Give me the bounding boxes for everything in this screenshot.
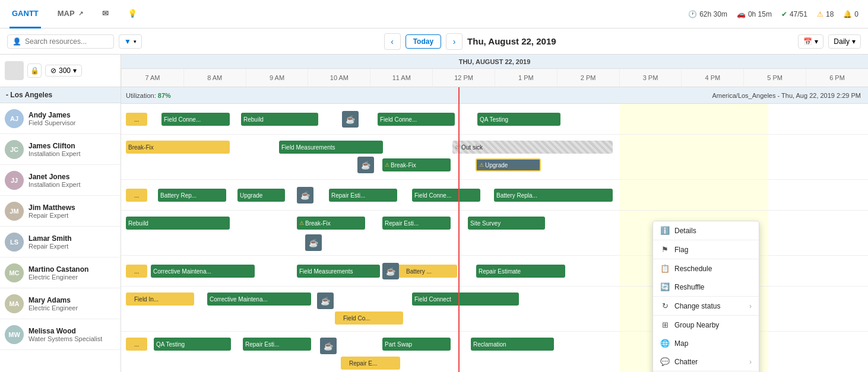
coffee-break-2[interactable]: ☕ <box>357 157 374 173</box>
context-menu: ℹ️ Details ⚑ Flag 📋 Reschedule 🔄 Reshuff… <box>652 221 759 372</box>
coffee-break-6[interactable]: ☕ <box>317 292 334 309</box>
task-warn-janet[interactable]: ⚠... <box>126 189 147 202</box>
task-qa-testing-1[interactable]: QA Testing <box>477 113 560 126</box>
timezone-info: America/Los_Angeles - Thu, Aug 22, 2019 … <box>712 92 868 99</box>
task-repair-esti-mary[interactable]: Repair Esti... <box>243 338 311 351</box>
task-field-measurements[interactable]: Field Measurements <box>279 141 383 154</box>
task-reclamation-mary[interactable]: Reclamation <box>471 338 554 351</box>
avatar-lamar-smith: LS <box>5 233 24 252</box>
coffee-break-1[interactable]: ☕ <box>342 111 359 128</box>
task-field-meas-lamar[interactable]: Field Measurements <box>297 265 380 278</box>
toolbar: 👤 ▼ ▾ ‹ Today › Thu, August 22, 2019 📅 ▾… <box>0 28 868 55</box>
coffee-break-3[interactable]: ☕ <box>297 187 313 204</box>
horizon-dropdown-arrow: ▾ <box>73 66 77 75</box>
group-header-timeline-row: Utilization: 87% America/Los_Angeles - T… <box>121 87 868 104</box>
task-part-swap-mary[interactable]: Part Swap <box>382 338 451 351</box>
resource-row-janet-jones: JJ Janet Jones Installation Expert <box>0 165 121 196</box>
stat-drive-value: 0h 15m <box>748 10 772 18</box>
tab-gantt[interactable]: GANTT <box>9 0 41 28</box>
prev-date-button[interactable]: ‹ <box>384 33 401 50</box>
resource-info-lamar-smith: Lamar Smith Repair Expert <box>28 234 72 250</box>
task-qa-testing-mary[interactable]: QA Testing <box>154 338 231 351</box>
today-button[interactable]: Today <box>406 34 441 49</box>
coffee-break-7[interactable]: ☕ <box>320 338 337 354</box>
menu-label-reschedule: Reschedule <box>674 265 712 273</box>
task-warn-1[interactable]: ⚠... <box>126 113 147 126</box>
chatter-chevron-icon: › <box>749 358 752 366</box>
menu-item-reshuffle[interactable]: 🔄 Reshuffle <box>653 278 759 296</box>
task-upgrade-janet[interactable]: Upgrade <box>237 189 285 202</box>
tab-map[interactable]: MAP ↗ <box>55 0 85 28</box>
utilization-label: Utilization: <box>126 92 156 99</box>
calendar-view-button[interactable]: 📅 ▾ <box>798 34 823 49</box>
task-field-conn-janet[interactable]: Field Conne... <box>412 189 480 202</box>
top-navigation: GANTT MAP ↗ ✉ 💡 🕐 62h 30m 🚗 0h 15m ✔ 47/… <box>0 0 868 28</box>
task-site-survey-jim[interactable]: Site Survey <box>468 217 545 230</box>
hour-12pm: 12 PM <box>432 69 495 87</box>
task-field-connect-1[interactable]: Field Conne... <box>161 113 230 126</box>
coffee-break-4[interactable]: ☕ <box>305 234 322 251</box>
menu-item-reschedule[interactable]: 📋 Reschedule <box>653 259 759 278</box>
task-repair-esti-jim[interactable]: Repair Esti... <box>382 217 451 230</box>
task-warn-lamar[interactable]: ⚠... <box>126 265 147 278</box>
timeline-hours-row: 7 AM 8 AM 9 AM 10 AM 11 AM 12 PM 1 PM 2 … <box>121 69 868 87</box>
task-break-fix-jim[interactable]: ⚠ Break-Fix <box>297 217 365 230</box>
task-upgrade[interactable]: ⚠ Upgrade <box>476 158 541 171</box>
resource-name-jim-matthews: Jim Matthews <box>28 204 75 212</box>
task-rebuild-1[interactable]: Rebuild <box>241 113 318 126</box>
next-date-button[interactable]: › <box>446 33 462 50</box>
resource-name-andy-james: Andy James <box>28 111 75 119</box>
task-repair-esti-janet[interactable]: Repair Esti... <box>329 189 397 202</box>
task-field-connect-2[interactable]: Field Conne... <box>378 113 455 126</box>
task-warn-martino[interactable]: ⚠ Field In... <box>126 292 194 306</box>
stat-time-value: 62h 30m <box>699 10 727 18</box>
resource-row-james-clifton: JC James Clifton Installation Expert <box>0 134 121 165</box>
task-rebuild-jim[interactable]: Rebuild <box>126 217 230 230</box>
resource-row-andy-james: AJ Andy James Field Supervisor <box>0 103 121 134</box>
daily-view-selector[interactable]: Daily ▾ <box>828 34 861 49</box>
hour-10am: 10 AM <box>308 69 370 87</box>
menu-item-chatter[interactable]: 💬 Chatter › <box>653 352 759 371</box>
stat-tasks: ✔ 47/51 <box>781 10 807 18</box>
menu-item-flag[interactable]: ⚑ Flag <box>653 240 759 259</box>
task-battery-lamar[interactable]: ⚠ Battery ... <box>398 265 457 278</box>
horizon-selector[interactable]: ⊘ 300 ▾ <box>45 65 82 77</box>
menu-item-group-nearby[interactable]: ⊞ Group Nearby <box>653 316 759 334</box>
hour-5pm: 5 PM <box>743 69 806 87</box>
task-out-sick-1[interactable]: ⊘ Out sick <box>452 141 613 154</box>
task-battery-repla-janet[interactable]: Battery Repla... <box>494 189 613 202</box>
task-repair-est-lamar[interactable]: Repair Estimate <box>476 265 565 278</box>
search-icon: 👤 <box>12 37 21 46</box>
task-repair-e-mary[interactable]: ⚠ Repair E... <box>341 357 400 370</box>
menu-label-group-nearby: Group Nearby <box>674 321 719 329</box>
resource-role-jim-matthews: Repair Expert <box>28 212 75 219</box>
task-break-fix-yellow[interactable]: Break-Fix <box>126 141 230 154</box>
filter-button[interactable]: ▼ ▾ <box>119 34 142 49</box>
los-angeles-group-header[interactable]: - Los Angeles <box>0 87 121 103</box>
timeline-panel: THU, AUGUST 22, 2019 7 AM 8 AM 9 AM 10 A… <box>121 55 868 372</box>
task-field-co-martino[interactable]: ⚠ Field Co... <box>335 311 403 325</box>
task-break-fix-2[interactable]: ⚠ Break-Fix <box>382 158 451 171</box>
calendar-dropdown-arrow: ▾ <box>815 37 818 46</box>
resource-name-martino-castanon: Martino Castanon <box>28 265 88 274</box>
menu-label-reshuffle: Reshuffle <box>674 283 704 291</box>
stat-alerts-value: 0 <box>854 10 859 18</box>
search-input[interactable] <box>25 37 108 46</box>
tab-alerts[interactable]: 💡 <box>125 0 140 28</box>
search-resources-box[interactable]: 👤 <box>7 34 114 49</box>
coffee-break-5[interactable]: ☕ <box>382 263 399 279</box>
tab-messages[interactable]: ✉ <box>100 0 111 28</box>
task-warn-mary[interactable]: ⚠... <box>126 338 147 351</box>
hour-7am: 7 AM <box>121 69 183 87</box>
lock-button[interactable]: 🔒 <box>27 63 42 78</box>
hour-9am: 9 AM <box>246 69 308 87</box>
task-battery-rep[interactable]: Battery Rep... <box>158 189 226 202</box>
map-icon: 🌐 <box>660 339 670 348</box>
task-field-conn-martino[interactable]: Field Connect <box>412 292 519 306</box>
messages-icon: ✉ <box>102 9 109 18</box>
menu-item-change-status[interactable]: ↻ Change status › <box>653 297 759 315</box>
menu-item-map[interactable]: 🌐 Map <box>653 334 759 352</box>
task-corrective-martino[interactable]: Corrective Maintena... <box>207 292 311 306</box>
task-corrective-lamar[interactable]: Corrective Maintena... <box>151 265 255 278</box>
menu-item-details[interactable]: ℹ️ Details <box>653 221 759 240</box>
